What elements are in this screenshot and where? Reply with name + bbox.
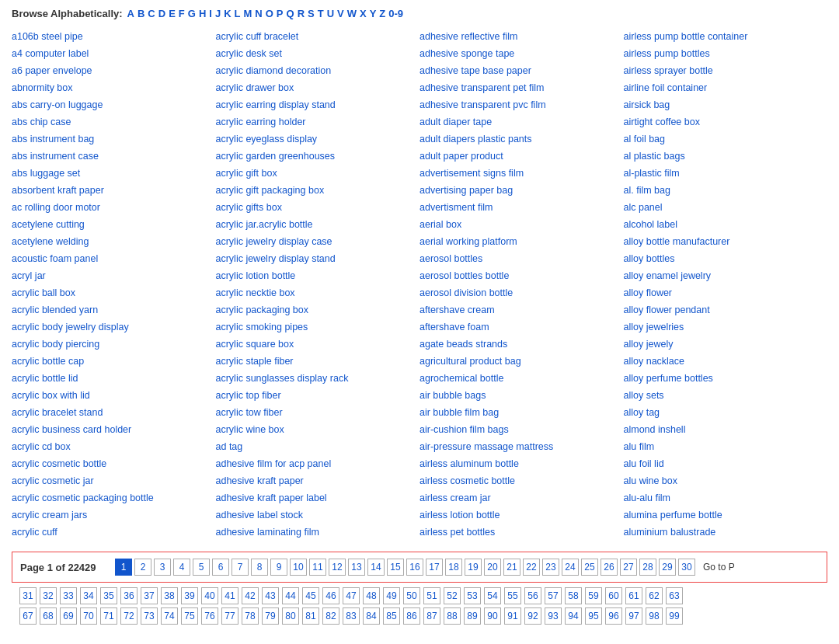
list-item[interactable]: acrylic jewelry display stand xyxy=(216,251,413,266)
list-item[interactable]: alu foil lid xyxy=(624,456,820,472)
alpha-link-y[interactable]: Y xyxy=(370,8,377,19)
list-item[interactable]: airtight coffee box xyxy=(624,114,820,130)
page-btn-51[interactable]: 51 xyxy=(423,587,440,604)
list-item[interactable]: acryl jar xyxy=(12,268,208,284)
page-btn-24[interactable]: 24 xyxy=(562,559,579,576)
list-item[interactable]: abs instrument case xyxy=(12,148,208,164)
list-item[interactable]: acrylic garden greenhouses xyxy=(216,148,413,164)
page-btn-89[interactable]: 89 xyxy=(464,607,481,625)
list-item[interactable]: acrylic top fiber xyxy=(216,388,413,403)
list-item[interactable]: acrylic sunglasses display rack xyxy=(216,371,413,386)
list-item[interactable]: adhesive sponge tape xyxy=(420,46,616,61)
page-btn-38[interactable]: 38 xyxy=(161,587,178,604)
alpha-link-t[interactable]: T xyxy=(318,8,324,19)
page-btn-14[interactable]: 14 xyxy=(367,559,385,576)
list-item[interactable]: acetylene cutting xyxy=(12,217,208,232)
page-btn-5[interactable]: 5 xyxy=(193,559,210,576)
alpha-link-r[interactable]: R xyxy=(298,8,305,19)
alpha-link-d[interactable]: D xyxy=(158,8,165,19)
list-item[interactable]: acrylic gift packaging box xyxy=(216,183,413,198)
page-btn-46[interactable]: 46 xyxy=(322,587,339,604)
list-item[interactable]: al foil bag xyxy=(624,131,820,147)
list-item[interactable]: acrylic body piercing xyxy=(12,336,208,352)
page-btn-41[interactable]: 41 xyxy=(221,587,238,604)
page-btn-7[interactable]: 7 xyxy=(232,559,249,576)
page-btn-94[interactable]: 94 xyxy=(565,607,582,625)
page-btn-23[interactable]: 23 xyxy=(542,559,559,576)
list-item[interactable]: acrylic cosmetic packaging bottle xyxy=(12,490,208,506)
list-item[interactable]: acrylic cuff bracelet xyxy=(216,29,413,44)
list-item[interactable]: acrylic square box xyxy=(216,336,413,352)
list-item[interactable]: acrylic gifts box xyxy=(216,200,413,215)
page-btn-3[interactable]: 3 xyxy=(154,559,171,576)
alpha-link-e[interactable]: E xyxy=(169,8,176,19)
list-item[interactable]: abs carry-on luggage xyxy=(12,97,208,113)
page-btn-35[interactable]: 35 xyxy=(100,587,117,604)
page-btn-2[interactable]: 2 xyxy=(134,559,151,576)
alpha-link-b[interactable]: B xyxy=(138,8,144,19)
list-item[interactable]: adhesive kraft paper label xyxy=(216,490,413,506)
page-btn-59[interactable]: 59 xyxy=(585,587,602,604)
alpha-link-q[interactable]: Q xyxy=(287,8,294,19)
list-item[interactable]: acrylic necktie box xyxy=(216,285,413,301)
list-item[interactable]: ac rolling door motor xyxy=(12,200,208,215)
alpha-link-x[interactable]: X xyxy=(360,8,367,19)
list-item[interactable]: acrylic desk set xyxy=(216,46,413,61)
page-btn-9[interactable]: 9 xyxy=(270,559,287,576)
list-item[interactable]: acrylic drawer box xyxy=(216,80,413,96)
page-btn-17[interactable]: 17 xyxy=(426,559,443,576)
list-item[interactable]: aerosol bottles bottle xyxy=(420,268,616,284)
alpha-link-m[interactable]: M xyxy=(243,8,252,19)
list-item[interactable]: adhesive laminating film xyxy=(216,524,413,540)
list-item[interactable]: al plastic bags xyxy=(624,148,820,164)
page-btn-40[interactable]: 40 xyxy=(201,587,218,604)
page-btn-61[interactable]: 61 xyxy=(625,587,642,604)
list-item[interactable]: acrylic bracelet stand xyxy=(12,405,208,420)
list-item[interactable]: aluminium balustrade xyxy=(624,524,820,540)
list-item[interactable]: acetylene welding xyxy=(12,234,208,249)
list-item[interactable]: acrylic body jewelry display xyxy=(12,319,208,335)
page-btn-20[interactable]: 20 xyxy=(484,559,501,576)
list-item[interactable]: adhesive tape base paper xyxy=(420,63,616,78)
page-btn-98[interactable]: 98 xyxy=(646,607,663,625)
list-item[interactable]: a6 paper envelope xyxy=(12,63,208,78)
list-item[interactable]: almond inshell xyxy=(624,422,820,437)
list-item[interactable]: alloy flower xyxy=(624,285,820,301)
list-item[interactable]: adhesive kraft paper xyxy=(216,473,413,489)
list-item[interactable]: acrylic business card holder xyxy=(12,422,208,437)
page-btn-77[interactable]: 77 xyxy=(221,607,238,625)
list-item[interactable]: acrylic tow fiber xyxy=(216,405,413,420)
page-btn-87[interactable]: 87 xyxy=(423,607,440,625)
page-btn-96[interactable]: 96 xyxy=(605,607,622,625)
list-item[interactable]: alcohol label xyxy=(624,217,820,232)
page-btn-93[interactable]: 93 xyxy=(545,607,562,625)
page-btn-60[interactable]: 60 xyxy=(605,587,622,604)
list-item[interactable]: acrylic cuff xyxy=(12,524,208,540)
alpha-link-c[interactable]: C xyxy=(148,8,155,19)
page-btn-88[interactable]: 88 xyxy=(444,607,461,625)
page-btn-86[interactable]: 86 xyxy=(403,607,420,625)
page-btn-91[interactable]: 91 xyxy=(504,607,521,625)
list-item[interactable]: alu-alu film xyxy=(624,490,820,506)
page-btn-81[interactable]: 81 xyxy=(302,607,319,625)
list-item[interactable]: air bubble film bag xyxy=(420,405,616,420)
list-item[interactable]: acrylic gift box xyxy=(216,165,413,181)
page-btn-84[interactable]: 84 xyxy=(363,607,380,625)
list-item[interactable]: acrylic bottle cap xyxy=(12,353,208,369)
page-btn-72[interactable]: 72 xyxy=(120,607,138,625)
list-item[interactable]: acrylic packaging box xyxy=(216,302,413,318)
page-btn-27[interactable]: 27 xyxy=(620,559,637,576)
list-item[interactable]: aftershave foam xyxy=(420,319,616,335)
list-item[interactable]: absorbent kraft paper xyxy=(12,183,208,198)
alpha-link-v[interactable]: V xyxy=(337,8,344,19)
list-item[interactable]: acoustic foam panel xyxy=(12,251,208,266)
list-item[interactable]: acrylic box with lid xyxy=(12,388,208,403)
alpha-link-i[interactable]: I xyxy=(209,8,212,19)
page-btn-42[interactable]: 42 xyxy=(242,587,259,604)
page-btn-16[interactable]: 16 xyxy=(406,559,423,576)
list-item[interactable]: acrylic cream jars xyxy=(12,507,208,523)
page-btn-67[interactable]: 67 xyxy=(19,607,37,625)
list-item[interactable]: aerosol division bottle xyxy=(420,285,616,301)
list-item[interactable]: aftershave cream xyxy=(420,302,616,318)
page-btn-11[interactable]: 11 xyxy=(309,559,326,576)
